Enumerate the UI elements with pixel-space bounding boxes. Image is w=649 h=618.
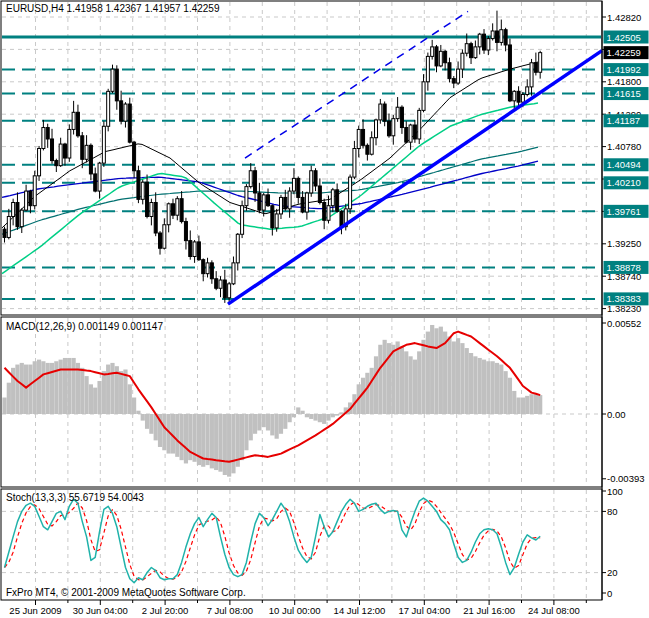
svg-text:25 Jun 2009: 25 Jun 2009 — [9, 605, 61, 616]
svg-text:1.40210: 1.40210 — [607, 177, 641, 188]
svg-text:0.00: 0.00 — [607, 409, 626, 420]
svg-text:1.38383: 1.38383 — [607, 293, 641, 304]
svg-text:0: 0 — [607, 588, 612, 599]
svg-text:1.41992: 1.41992 — [607, 64, 641, 75]
svg-text:1.40494: 1.40494 — [607, 159, 641, 170]
svg-text:-0.00393: -0.00393 — [607, 473, 645, 484]
stoch-indicator-label: Stoch(13,3,3) 55.6719 54.0043 — [6, 492, 144, 503]
time-axis[interactable]: 25 Jun 200930 Jun 04:002 Jul 20:007 Jul … — [9, 600, 586, 616]
svg-text:17 Jul 04:00: 17 Jul 04:00 — [398, 605, 450, 616]
svg-text:1.42259: 1.42259 — [607, 47, 641, 58]
chart-title: EURUSD,H4 1.41958 1.42367 1.41957 1.4225… — [6, 3, 220, 14]
svg-text:1.42820: 1.42820 — [607, 12, 641, 23]
mt4-chart-window: 1.428201.423101.418001.412901.407801.402… — [0, 0, 649, 618]
price-axis[interactable]: 1.428201.423101.418001.412901.407801.402… — [602, 1, 649, 600]
svg-text:80: 80 — [607, 506, 618, 517]
svg-text:1.41187: 1.41187 — [607, 115, 641, 126]
macd-histogram — [2, 325, 542, 477]
macd-indicator-label: MACD(12,26,9) 0.001149 0.001147 — [6, 321, 163, 332]
svg-text:30 Jun 04:00: 30 Jun 04:00 — [73, 605, 128, 616]
candlesticks — [3, 11, 542, 305]
svg-text:1.39250: 1.39250 — [607, 238, 641, 249]
chart-canvas[interactable]: 1.428201.423101.418001.412901.407801.402… — [0, 0, 649, 618]
svg-text:14 Jul 12:00: 14 Jul 12:00 — [334, 605, 386, 616]
svg-text:2 Jul 20:00: 2 Jul 20:00 — [142, 605, 188, 616]
chart-layers: 1.428201.423101.418001.412901.407801.402… — [1, 1, 649, 616]
svg-text:1.41615: 1.41615 — [607, 88, 641, 99]
stoch-k-line — [5, 498, 541, 583]
svg-text:7 Jul 08:00: 7 Jul 08:00 — [207, 605, 253, 616]
svg-text:21 Jul 16:00: 21 Jul 16:00 — [463, 605, 515, 616]
svg-text:1.39761: 1.39761 — [607, 206, 641, 217]
svg-text:20: 20 — [607, 567, 618, 578]
stoch-d-line — [5, 500, 541, 580]
svg-text:100: 100 — [607, 486, 623, 497]
svg-text:0.00552: 0.00552 — [607, 318, 641, 329]
svg-text:10 Jul 00:00: 10 Jul 00:00 — [269, 605, 321, 616]
watermark: FxPro MT4, © 2001-2009 MetaQuotes Softwa… — [6, 587, 246, 598]
svg-text:1.40780: 1.40780 — [607, 141, 641, 152]
svg-text:1.38878: 1.38878 — [607, 262, 641, 273]
svg-text:24 Jul 08:00: 24 Jul 08:00 — [528, 605, 580, 616]
trendline-thick[interactable] — [228, 51, 602, 304]
svg-text:1.42505: 1.42505 — [607, 32, 641, 43]
svg-text:1.41800: 1.41800 — [607, 76, 641, 87]
